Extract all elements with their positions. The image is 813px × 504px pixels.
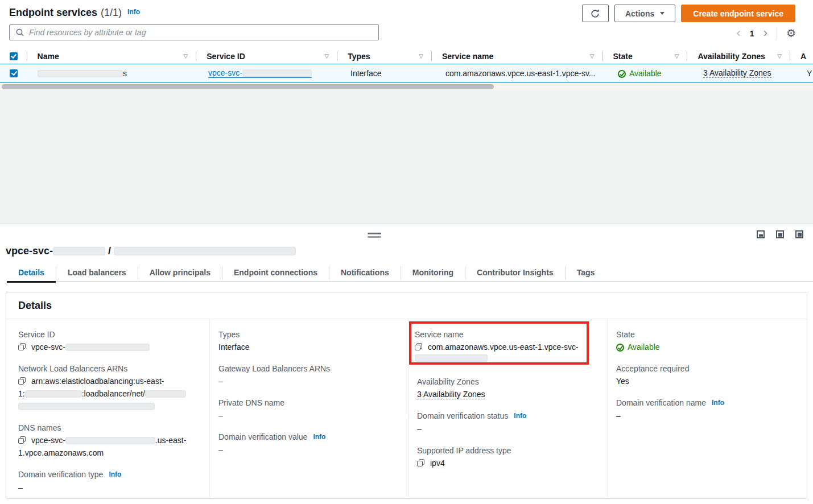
field-label-text: Supported IP address type	[417, 446, 511, 455]
column-header-label: Service ID	[207, 52, 245, 61]
copy-icon[interactable]	[18, 436, 26, 444]
column-header-state[interactable]: State▽	[602, 48, 687, 64]
tab-allow-principals[interactable]: Allow principals	[138, 265, 222, 282]
panel-maximize-icon[interactable]	[795, 230, 803, 238]
details-heading: Details	[18, 300, 795, 312]
select-all-checkbox[interactable]	[10, 52, 18, 60]
field-network-load-balancers-arns: Network Load Balancers ARNsarn:aws:elast…	[18, 362, 199, 412]
field-value-text: Yes	[616, 377, 629, 386]
field-value-line: 1::loadbalancer/net/	[18, 387, 199, 400]
table-row[interactable]: s vpce-svc- Interface com.amazonaws.vpce…	[0, 64, 813, 82]
column-header-name[interactable]: Name▽	[27, 48, 197, 64]
column-header-label: Types	[348, 52, 370, 61]
tab-endpoint-connections[interactable]: Endpoint connections	[222, 265, 329, 282]
column-header-a[interactable]: A	[790, 48, 813, 64]
cell-acceptance: Y	[797, 69, 813, 78]
availability-zones-link[interactable]: 3 Availability Zones	[703, 68, 771, 78]
copy-icon[interactable]	[18, 377, 26, 385]
filter-icon[interactable]: ▽	[675, 53, 679, 59]
service-id-link[interactable]: vpce-svc-	[208, 69, 312, 78]
field-availability-zones: Availability Zones3 Availability Zones	[417, 375, 597, 400]
field-value-text: ipv4	[430, 458, 445, 468]
info-link[interactable]: Info	[109, 470, 121, 478]
refresh-button[interactable]	[582, 5, 609, 22]
field-value-line: vpce-svc-	[18, 341, 199, 353]
redacted-text	[415, 354, 488, 362]
info-link[interactable]: Info	[313, 433, 325, 441]
copy-icon[interactable]	[18, 343, 26, 350]
field-value-text: vpce-svc-	[31, 342, 65, 352]
horizontal-scrollbar-thumb[interactable]	[2, 84, 494, 89]
tab-load-balancers[interactable]: Load balancers	[56, 265, 138, 282]
info-link[interactable]: Info	[127, 8, 140, 16]
field-value-line: com.amazonaws.vpce.us-east-1.vpce-svc-	[415, 341, 583, 353]
copy-icon[interactable]	[417, 459, 424, 466]
panel-title: vpce-svc- /	[6, 245, 807, 257]
row-checkbox[interactable]	[10, 69, 18, 77]
copy-icon[interactable]	[415, 343, 422, 350]
field-value-text: –	[218, 377, 223, 386]
column-header-service-id[interactable]: Service ID▽	[196, 48, 337, 64]
cell-name-suffix: s	[123, 69, 127, 78]
column-header-label: State	[613, 52, 632, 61]
field-value-line: Available	[616, 341, 797, 353]
filter-icon[interactable]: ▽	[590, 53, 595, 59]
create-endpoint-service-button[interactable]: Create endpoint service	[681, 5, 795, 22]
column-header-service-name[interactable]: Service name▽	[432, 48, 603, 64]
column-header-types[interactable]: Types▽	[337, 48, 432, 64]
field-value-line	[415, 353, 583, 362]
search-input[interactable]: Find resources by attribute or tag	[9, 24, 379, 40]
filter-icon[interactable]: ▽	[419, 53, 423, 59]
page-number[interactable]: 1	[750, 29, 754, 38]
horizontal-scrollbar[interactable]	[0, 84, 813, 90]
column-header-label: Service name	[442, 52, 493, 61]
page-title: Endpoint services	[9, 7, 97, 19]
field-label: Types	[218, 328, 398, 341]
filter-icon[interactable]: ▽	[324, 53, 329, 59]
cell-types: Interface	[340, 69, 435, 78]
field-label: Domain verification statusInfo	[417, 410, 597, 423]
tab-tags[interactable]: Tags	[566, 265, 606, 282]
field-value-text: 1:	[18, 389, 25, 398]
empty-content-area	[0, 90, 813, 224]
field-label-text: Acceptance required	[616, 364, 689, 373]
settings-gear-icon[interactable]: ⚙	[786, 28, 796, 39]
previous-page-button[interactable]: ‹	[737, 27, 741, 39]
info-link[interactable]: Info	[712, 399, 724, 407]
details-card: Details Service IDvpce-svc-Network Load …	[6, 292, 807, 499]
tab-details[interactable]: Details	[7, 265, 56, 282]
field-domain-verification-value: Domain verification valueInfo–	[218, 431, 398, 456]
tab-notifications[interactable]: Notifications	[329, 265, 401, 282]
field-dns-names: DNS namesvpce-svc-.us-east-1.vpce.amazon…	[18, 422, 199, 459]
availability-zones-link[interactable]: 3 Availability Zones	[417, 390, 485, 399]
details-column-4: StateAvailableAcceptance requiredYesDoma…	[607, 319, 807, 498]
filter-icon[interactable]: ▽	[183, 53, 188, 59]
field-value-text: com.amazonaws.vpce.us-east-1.vpce-svc-	[428, 342, 579, 352]
field-label: Acceptance required	[616, 362, 797, 375]
field-value-text: Interface	[218, 342, 249, 352]
actions-button[interactable]: Actions	[614, 5, 675, 22]
field-domain-verification-name: Domain verification nameInfo–	[616, 396, 797, 422]
actions-button-label: Actions	[625, 9, 654, 18]
field-label: Private DNS name	[218, 396, 398, 409]
details-column-3: Service namecom.amazonaws.vpce.us-east-1…	[408, 319, 607, 498]
field-value-line: 1.vpce.amazonaws.com	[18, 447, 199, 459]
field-value-text: vpce-svc-	[31, 436, 65, 445]
tab-monitoring[interactable]: Monitoring	[401, 265, 465, 282]
search-icon	[15, 28, 24, 37]
tab-contributor-insights[interactable]: Contributor Insights	[465, 265, 565, 282]
details-column-2: TypesInterfaceGateway Load Balancers ARN…	[209, 319, 408, 498]
panel-position-side-icon[interactable]	[776, 230, 784, 238]
cell-service-id: vpce-svc-	[198, 68, 340, 78]
field-value-text: –	[417, 424, 422, 433]
field-service-id: Service IDvpce-svc-	[18, 328, 199, 353]
header-actions: Actions Create endpoint service	[582, 5, 795, 22]
field-label-text: Domain verification type	[18, 470, 103, 479]
field-value-text: –	[218, 445, 223, 455]
column-header-availability-zones[interactable]: Availability Zones▽	[687, 48, 790, 64]
split-panel-drag-handle[interactable]	[368, 233, 381, 238]
filter-icon[interactable]: ▽	[777, 53, 782, 59]
next-page-button[interactable]: ›	[764, 27, 767, 39]
info-link[interactable]: Info	[514, 412, 526, 420]
panel-position-bottom-icon[interactable]	[757, 230, 765, 238]
